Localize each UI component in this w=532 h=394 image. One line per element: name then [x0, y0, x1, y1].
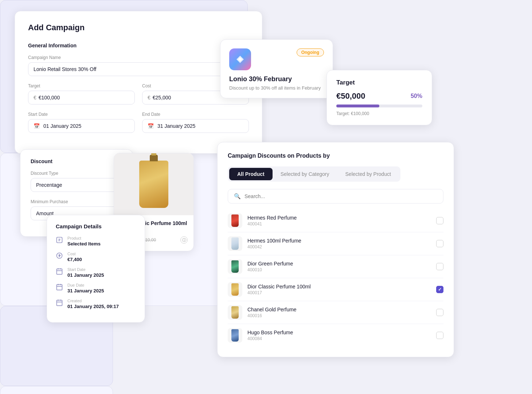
add-campaign-title: Add Campaign [28, 23, 249, 32]
campaign-name-label: Campaign Name [28, 55, 249, 60]
svg-point-5 [239, 58, 242, 61]
tab-all-product[interactable]: All Product [229, 168, 273, 180]
item-sku: 400041 [247, 221, 431, 226]
detail-product-label: Product [67, 236, 101, 240]
popup-header: Ongoing [229, 48, 324, 70]
item-name: Hermes Red Perfume [247, 215, 431, 221]
tab-selected-by-category[interactable]: Selected by Category [273, 168, 337, 180]
item-sku: 400017 [247, 290, 431, 295]
item-sku: 400016 [247, 313, 431, 318]
detail-product-value: Selected Items [67, 241, 101, 247]
detail-start-label: Start Date [67, 267, 104, 272]
item-name: Chanel Gold Perfume [247, 307, 431, 312]
min-purchase-label: Minimum Purchase [31, 199, 122, 204]
product-search-input[interactable] [245, 193, 437, 199]
target-amount-row: €50,000 50% [336, 91, 422, 101]
detail-cost-value: €7,400 [67, 257, 82, 262]
start-date-input[interactable]: 📅 01 January 2025 [28, 119, 135, 133]
campaign-name-value: Lonio Retail Stores 30% Off [34, 66, 97, 72]
target-euro: € [34, 95, 36, 101]
discount-title: Discount [31, 158, 122, 164]
dates-row: Start Date 📅 01 January 2025 End Date 📅 … [28, 112, 249, 140]
target-input[interactable]: € €100,000 [28, 91, 135, 105]
start-date-label: Start Date [28, 112, 135, 117]
campaign-popup-description: Discount up to 30% off all items in Febr… [229, 85, 324, 91]
item-info: Dior Green Perfume400010 [247, 261, 431, 272]
detail-due-value: 31 January 2025 [67, 288, 104, 293]
tab-selected-by-product[interactable]: Selected by Product [337, 168, 399, 180]
product-list-item: Dior Green Perfume400010 [228, 255, 443, 278]
created-icon [56, 299, 64, 307]
end-date-label: End Date [142, 112, 249, 117]
cost-value: €25,000 [153, 95, 171, 101]
product-list-item: Hermes 100ml Perfume400042 [228, 232, 443, 255]
detail-created-value: 01 January 2025, 09:17 [67, 304, 119, 309]
item-info: Hermes Red Perfume400041 [247, 215, 431, 226]
campaign-status-badge: Ongoing [297, 48, 324, 56]
start-date-icon [56, 268, 64, 276]
detail-cost-label: Cost [67, 252, 82, 256]
product-tab-group: All Product Selected by Category Selecte… [228, 166, 400, 182]
product-list: Hermes Red Perfume400041Hermes 100ml Per… [228, 209, 443, 347]
item-name: Hermes 100ml Perfume [247, 238, 431, 244]
campaign-name-group: Campaign Name Lonio Retail Stores 30% Of… [28, 55, 249, 76]
detail-created-label: Created [67, 299, 119, 303]
item-checkbox[interactable] [436, 263, 443, 270]
discount-type-value: Precentage [36, 182, 62, 188]
item-info: Hugo Boss Perfume400084 [247, 330, 431, 341]
item-info: Chanel Gold Perfume400016 [247, 307, 431, 318]
target-cost-row: Target € €100,000 Cost € €25,000 [28, 83, 249, 112]
item-checkbox[interactable] [436, 332, 443, 339]
item-checkbox[interactable] [436, 240, 443, 247]
target-amount: €50,000 [336, 91, 365, 101]
detail-created-row: Created 01 January 2025, 09:17 [56, 299, 136, 309]
item-name: Dior Classic Perfume 100ml [247, 284, 431, 289]
product-list-item: Hermes Red Perfume400041 [228, 209, 443, 232]
detail-start-row: Start Date 01 January 2025 [56, 267, 136, 278]
cost-icon [56, 252, 64, 260]
product-search-box[interactable]: 🔍 [228, 189, 443, 204]
discount-type-input[interactable]: Precentage [31, 178, 122, 192]
detail-cost-row: Cost €7,400 [56, 252, 136, 262]
progress-bar-background [336, 105, 422, 107]
item-sku: 400084 [247, 336, 431, 341]
item-thumbnail [228, 213, 242, 228]
item-thumbnail [228, 328, 242, 343]
campaign-name-input[interactable]: Lonio Retail Stores 30% Off [28, 62, 249, 76]
product-info-icon[interactable]: ⓘ [180, 236, 188, 244]
campaign-popup-card: Ongoing Lonio 30% February Discount up t… [220, 39, 333, 98]
target-group: Target € €100,000 [28, 83, 135, 105]
product-list-item: Hugo Boss Perfume400084 [228, 324, 443, 347]
product-image-area [114, 153, 193, 215]
item-name: Hugo Boss Perfume [247, 330, 431, 335]
detail-product-row: Product Selected Items [56, 236, 136, 247]
search-icon: 🔍 [234, 193, 241, 200]
campaign-details-title: Campaign Details [56, 223, 136, 229]
item-sku: 400010 [247, 267, 431, 272]
item-sku: 400042 [247, 244, 431, 249]
target-sub-label: Target: €100,000 [336, 111, 422, 116]
campaign-logo [229, 48, 251, 70]
general-info-label: General Information [28, 43, 249, 48]
end-date-value: 31 January 2025 [157, 123, 195, 129]
campaign-popup-name: Lonio 30% February [229, 75, 324, 83]
item-checkbox[interactable] [436, 286, 443, 293]
item-checkbox[interactable] [436, 309, 443, 316]
due-date-icon [56, 283, 64, 291]
calendar-icon-start: 📅 [34, 123, 40, 129]
start-date-group: Start Date 📅 01 January 2025 [28, 112, 135, 133]
target-value: €100,000 [39, 95, 60, 101]
end-date-input[interactable]: 📅 31 January 2025 [142, 119, 249, 133]
discount-type-group: Discount Type Precentage [31, 171, 122, 192]
discount-type-label: Discount Type [31, 171, 122, 176]
svg-rect-2 [57, 269, 62, 274]
item-thumbnail [228, 282, 242, 297]
product-list-item: Dior Classic Perfume 100ml400017 [228, 278, 443, 301]
discounts-card: Campaign Discounts on Products by All Pr… [217, 142, 454, 357]
item-thumbnail [228, 236, 242, 251]
cost-euro: € [148, 95, 150, 101]
product-icon [56, 236, 64, 244]
svg-rect-4 [57, 300, 62, 306]
item-checkbox[interactable] [436, 217, 443, 224]
item-name: Dior Green Perfume [247, 261, 431, 267]
